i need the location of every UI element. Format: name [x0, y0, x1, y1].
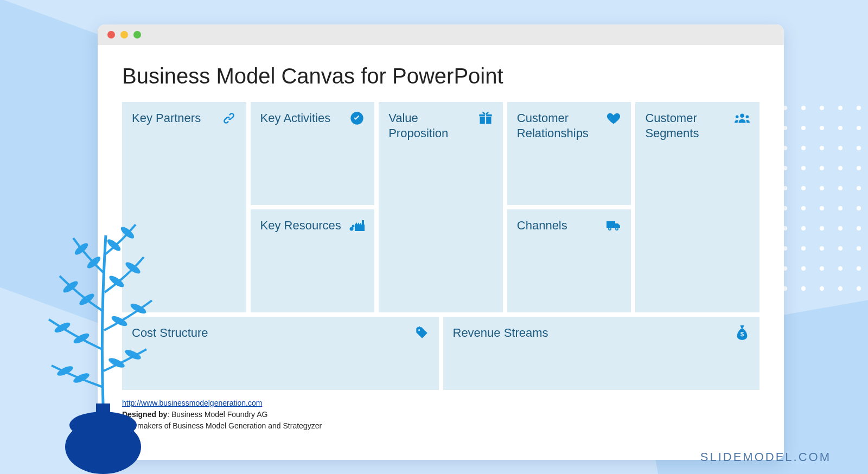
svg-rect-27 [480, 117, 484, 124]
svg-marker-22 [355, 222, 357, 225]
window-titlebar [98, 24, 784, 45]
block-title: Revenue Streams [453, 325, 548, 341]
block-key-activities[interactable]: Key Activities [251, 102, 375, 205]
block-title: Customer Relationships [517, 111, 602, 140]
block-cost-structure[interactable]: Cost Structure [122, 317, 439, 390]
link-icon [221, 111, 237, 128]
block-title: Channels [517, 218, 567, 233]
brand-watermark: SLIDEMODEL.COM [700, 450, 831, 464]
svg-rect-21 [362, 220, 364, 226]
designed-by-label: Designed by [122, 410, 167, 419]
minimize-icon[interactable] [120, 31, 128, 39]
block-customer-relationships[interactable]: Customer Relationships [507, 102, 631, 205]
svg-point-3 [56, 364, 74, 377]
close-icon[interactable] [107, 31, 115, 39]
tag-icon [414, 325, 429, 343]
source-link[interactable]: http://www.businessmodelgeneration.com [122, 399, 262, 407]
designed-by-value: : Business Model Foundry AG [167, 410, 267, 419]
factory-icon [349, 218, 365, 235]
svg-point-37 [736, 115, 739, 118]
svg-point-4 [72, 371, 91, 385]
svg-point-39 [418, 329, 419, 331]
svg-marker-23 [357, 222, 359, 225]
money-bag-icon: $ [735, 325, 750, 343]
gift-icon [478, 111, 493, 128]
users-icon [735, 111, 750, 128]
block-title: Customer Segments [645, 111, 730, 140]
block-key-resources[interactable]: Key Resources [251, 209, 375, 312]
block-title: Key Partners [132, 111, 201, 126]
svg-point-38 [746, 115, 749, 118]
dot-grid-decoration [776, 98, 868, 298]
slide-footer: http://www.businessmodelgeneration.com D… [122, 398, 760, 432]
svg-point-35 [616, 228, 618, 230]
window-content: Business Model Canvas for PowerPoint Key… [98, 45, 784, 460]
block-customer-segments[interactable]: Customer Segments [635, 102, 760, 312]
svg-point-6 [72, 331, 91, 345]
svg-rect-30 [486, 114, 492, 117]
block-title: Key Resources [260, 218, 341, 233]
block-title: Key Activities [260, 111, 331, 126]
svg-rect-31 [607, 221, 615, 228]
svg-point-26 [352, 225, 355, 228]
svg-rect-29 [479, 114, 485, 117]
block-revenue-streams[interactable]: Revenue Streams $ [443, 317, 760, 390]
block-title: Cost Structure [132, 325, 208, 341]
block-key-partners[interactable]: Key Partners [122, 102, 246, 312]
block-title: Value Proposition [388, 111, 474, 140]
heart-icon [606, 111, 621, 128]
svg-rect-28 [486, 117, 491, 124]
maximize-icon[interactable] [133, 31, 141, 39]
block-value-proposition[interactable]: Value Proposition [379, 102, 503, 312]
check-circle-icon [349, 111, 365, 128]
svg-point-25 [350, 227, 354, 231]
svg-marker-24 [359, 222, 361, 225]
svg-text:$: $ [741, 330, 744, 337]
browser-window: Business Model Canvas for PowerPoint Key… [98, 24, 784, 460]
svg-point-34 [609, 228, 611, 230]
svg-point-36 [740, 114, 744, 118]
svg-point-5 [53, 321, 72, 335]
business-model-canvas: Key Partners Key Activities Key Resource… [122, 102, 760, 390]
page-title: Business Model Canvas for PowerPoint [122, 64, 760, 88]
block-channels[interactable]: Channels [507, 209, 631, 312]
makers-line: The makers of Business Model Generation … [122, 421, 322, 430]
truck-icon [606, 218, 621, 235]
